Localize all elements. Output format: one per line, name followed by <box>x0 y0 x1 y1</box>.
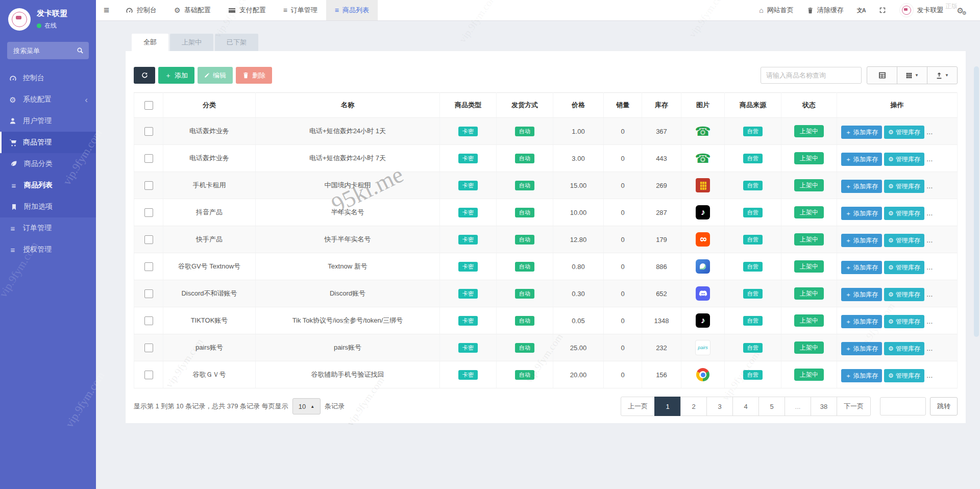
sidebar-item-2[interactable]: 用户管理 <box>0 110 96 132</box>
status-badge: 上架中 <box>794 125 824 137</box>
topnav-item-label: 商品列表 <box>342 6 369 15</box>
add-stock-button[interactable]: ＋添加库存 <box>841 288 882 301</box>
topnav-clear-cache[interactable]: 清除缓存 <box>800 0 850 20</box>
jump-button[interactable]: 跳转 <box>930 397 958 415</box>
page-button-7[interactable]: 38 <box>811 397 837 416</box>
row-checkbox[interactable] <box>144 127 153 136</box>
manage-stock-button[interactable]: ⚙管理库存 <box>884 315 924 328</box>
row-checkbox[interactable] <box>144 316 153 325</box>
export-button[interactable]: ▼ <box>927 66 958 84</box>
topnav-item-2[interactable]: 支付配置 <box>219 0 275 20</box>
row-checkbox[interactable] <box>144 371 153 379</box>
columns-button[interactable]: ▼ <box>897 66 927 84</box>
topnav-item-3[interactable]: ≡订单管理 <box>275 0 326 20</box>
delete-row-button[interactable]: 删除 <box>957 340 958 354</box>
topnav-fullscreen[interactable] <box>872 0 893 20</box>
menu-search-input[interactable] <box>12 46 77 55</box>
add-stock-button[interactable]: ＋添加库存 <box>841 153 882 166</box>
page-button-6[interactable]: ... <box>785 397 811 416</box>
manage-stock-button[interactable]: ⚙管理库存 <box>884 153 924 166</box>
sidebar-item-7[interactable]: ≡订单管理 <box>0 217 96 239</box>
delete-row-button[interactable]: 删除 <box>957 286 958 300</box>
topnav-translate[interactable]: 文A <box>850 0 872 20</box>
row-checkbox[interactable] <box>144 289 153 298</box>
add-stock-button[interactable]: ＋添加库存 <box>841 261 882 274</box>
delete-row-button[interactable]: 删除 <box>957 205 958 219</box>
topnav-item-0[interactable]: 控制台 <box>117 0 165 20</box>
page-button-3[interactable]: 3 <box>706 397 733 416</box>
refresh-button[interactable] <box>134 67 155 84</box>
row-checkbox[interactable] <box>144 208 153 217</box>
topnav-item-label: 基础配置 <box>184 6 211 15</box>
manage-stock-button[interactable]: ⚙管理库存 <box>884 126 924 139</box>
sidebar-item-label: 用户管理 <box>23 116 52 126</box>
tab-0[interactable]: 全部 <box>132 34 168 51</box>
delete-row-button[interactable]: 删除 <box>957 313 958 327</box>
scrollbar-thumb[interactable] <box>974 66 979 337</box>
add-stock-button[interactable]: ＋添加库存 <box>841 342 882 355</box>
trash-sm-icon <box>242 72 249 79</box>
add-stock-button[interactable]: ＋添加库存 <box>841 126 882 139</box>
plus-icon: ＋ <box>845 210 851 216</box>
add-stock-button[interactable]: ＋添加库存 <box>841 180 882 193</box>
topnav-item-1[interactable]: ⚙基础配置 <box>165 0 219 20</box>
manage-stock-button[interactable]: ⚙管理库存 <box>884 180 924 193</box>
topnav-item-label: 订单管理 <box>291 6 317 15</box>
edit-button[interactable]: 编辑 <box>198 67 233 84</box>
manage-stock-button[interactable]: ⚙管理库存 <box>884 207 924 220</box>
manage-stock-button[interactable]: ⚙管理库存 <box>884 261 924 274</box>
topnav-user-menu[interactable]: 发卡联盟 <box>893 0 950 20</box>
add-stock-button[interactable]: ＋添加库存 <box>841 369 882 382</box>
row-checkbox[interactable] <box>144 181 153 190</box>
add-stock-button[interactable]: ＋添加库存 <box>841 234 882 247</box>
home-icon: ⌂ <box>759 7 763 14</box>
plus-icon: ＋ <box>845 319 851 325</box>
topnav-settings[interactable]: ⚙⚙ <box>950 0 975 20</box>
sidebar-item-8[interactable]: ≡授权管理 <box>0 239 96 260</box>
page-button-4[interactable]: 4 <box>732 397 759 416</box>
row-checkbox[interactable] <box>144 235 153 244</box>
sidebar-item-3[interactable]: 商品管理 <box>0 132 96 153</box>
page-button-1[interactable]: 1 <box>654 397 681 416</box>
add-button[interactable]: ＋ 添加 <box>158 67 194 84</box>
tab-2[interactable]: 已下架 <box>215 34 258 51</box>
delete-row-button[interactable]: 删除 <box>957 259 958 273</box>
add-stock-button[interactable]: ＋添加库存 <box>841 315 882 328</box>
delete-row-button[interactable]: 删除 <box>957 178 958 192</box>
manage-stock-button[interactable]: ⚙管理库存 <box>884 288 924 301</box>
table-row: Discord不和谐账号Discord账号卡密自动0.300652自营上架中＋添… <box>134 280 958 307</box>
page-button-0[interactable]: 上一页 <box>621 397 655 416</box>
row-checkbox[interactable] <box>144 154 153 163</box>
manage-stock-button[interactable]: ⚙管理库存 <box>884 369 924 382</box>
product-search-input[interactable] <box>761 67 862 84</box>
delete-row-button[interactable]: 删除 <box>957 232 958 246</box>
sidebar-item-6[interactable]: 附加选项 <box>0 196 96 217</box>
sidebar-item-5[interactable]: ≡商品列表 <box>0 175 96 196</box>
select-all-checkbox[interactable] <box>144 101 153 110</box>
page-button-2[interactable]: 2 <box>680 397 707 416</box>
delete-row-button[interactable]: 删除 <box>957 124 958 138</box>
row-checkbox[interactable] <box>144 262 153 271</box>
page-button-5[interactable]: 5 <box>758 397 785 416</box>
sidebar-item-1[interactable]: ⚙系统配置‹ <box>0 89 96 110</box>
cell-stock: 156 <box>642 361 681 388</box>
tab-1[interactable]: 上架中 <box>170 34 213 51</box>
page-size-select[interactable]: 10 ▲ <box>292 398 321 414</box>
topnav-site-home[interactable]: ⌂网站首页 <box>752 0 800 20</box>
manage-stock-button[interactable]: ⚙管理库存 <box>884 234 924 247</box>
delete-row-button[interactable]: 删除 <box>957 151 958 165</box>
jump-page-input[interactable] <box>880 397 926 415</box>
sidebar-item-4[interactable]: 商品分类 <box>0 153 96 175</box>
detail-view-button[interactable] <box>867 66 897 84</box>
page-button-8[interactable]: 下一页 <box>837 397 871 416</box>
row-checkbox[interactable] <box>144 344 153 352</box>
menu-search[interactable] <box>7 42 89 59</box>
cell-category: Discord不和谐账号 <box>163 280 256 307</box>
add-stock-button[interactable]: ＋添加库存 <box>841 207 882 220</box>
delete-button[interactable]: 删除 <box>236 67 272 84</box>
sidebar-item-0[interactable]: 控制台 <box>0 67 96 89</box>
menu-toggle-icon[interactable]: ≡ <box>96 0 117 20</box>
topnav-item-4[interactable]: ≡商品列表 <box>326 0 378 20</box>
delete-row-button[interactable]: 删除 <box>957 368 958 381</box>
manage-stock-button[interactable]: ⚙管理库存 <box>884 342 924 355</box>
